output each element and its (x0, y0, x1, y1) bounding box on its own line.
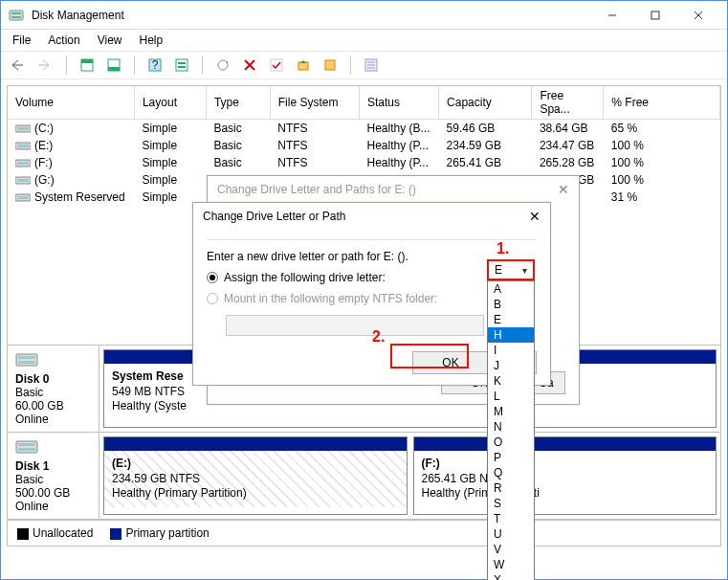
letter-option-R[interactable]: R (488, 480, 534, 496)
disk-icon (15, 351, 38, 368)
close-button[interactable] (676, 2, 719, 29)
volume-row[interactable]: (E:)SimpleBasicNTFSHealthy (P...234.59 G… (8, 137, 720, 154)
svg-text:?: ? (152, 58, 159, 72)
assign-letter-label: Assign the following drive letter: (224, 271, 386, 284)
letter-option-N[interactable]: N (488, 419, 534, 435)
ok-highlight (390, 344, 469, 368)
volume-row[interactable]: (F:)SimpleBasicNTFSHealthy (P...265.41 G… (8, 154, 720, 171)
drive-letter-select[interactable]: E ▾ (487, 259, 535, 280)
letter-option-A[interactable]: A (488, 281, 534, 297)
legend: Unallocated Primary partition (8, 520, 720, 546)
col-volume[interactable]: Volume (8, 86, 134, 120)
disk-row: Disk 1Basic500.00 GBOnline(E:)234.59 GB … (8, 433, 720, 520)
app-icon (9, 8, 24, 23)
chevron-down-icon: ▾ (522, 265, 527, 276)
letter-option-V[interactable]: V (488, 542, 534, 557)
col-layout[interactable]: Layout (134, 86, 206, 120)
svg-rect-31 (17, 162, 29, 165)
inner-dialog-title: Change Drive Letter or Path (203, 210, 345, 223)
letter-option-E[interactable]: E (488, 312, 534, 327)
menu-help[interactable]: Help (140, 33, 164, 47)
col-freespa[interactable]: Free Spa... (532, 86, 604, 120)
titlebar: Disk Management (1, 1, 727, 30)
mount-folder-radio[interactable] (207, 293, 218, 304)
col-type[interactable]: Type (206, 86, 270, 120)
letter-option-H[interactable]: H (488, 327, 534, 343)
svg-rect-4 (651, 11, 659, 19)
inner-dialog-titlebar: Change Drive Letter or Path ✕ (193, 203, 550, 230)
action1-icon[interactable] (293, 55, 314, 76)
svg-rect-19 (271, 59, 282, 71)
col-status[interactable]: Status (360, 86, 439, 120)
assign-letter-radio[interactable] (207, 272, 218, 283)
col-filesystem[interactable]: File System (270, 86, 359, 120)
letter-option-O[interactable]: O (488, 435, 534, 450)
legend-primary: Primary partition (125, 526, 209, 540)
volume-row[interactable]: (C:)SimpleBasicNTFSHealthy (B...59.46 GB… (8, 120, 720, 138)
help-icon[interactable]: ? (144, 55, 165, 76)
svg-rect-36 (16, 354, 37, 366)
letter-option-B[interactable]: B (488, 297, 534, 312)
letter-option-P[interactable]: P (488, 450, 534, 465)
letter-option-S[interactable]: S (488, 496, 534, 511)
svg-rect-8 (81, 59, 93, 63)
svg-rect-14 (178, 62, 186, 64)
minimize-button[interactable] (590, 2, 633, 29)
inner-dialog-close-icon[interactable]: ✕ (529, 209, 540, 224)
settings-icon[interactable] (171, 55, 192, 76)
svg-rect-2 (11, 16, 21, 18)
menu-file[interactable]: File (12, 33, 31, 47)
svg-rect-10 (108, 67, 120, 71)
window-title: Disk Management (32, 9, 590, 22)
annotation-2: 2. (372, 328, 385, 346)
letter-option-Q[interactable]: Q (488, 465, 534, 480)
view-bottom-icon[interactable] (103, 55, 124, 76)
svg-rect-13 (176, 59, 188, 71)
outer-dialog-titlebar: Change Drive Letter and Paths for E: () … (208, 176, 579, 203)
letter-option-I[interactable]: I (488, 343, 534, 358)
menubar: File Action View Help (1, 30, 727, 51)
properties-icon[interactable] (361, 55, 382, 76)
drive-letter-dropdown[interactable]: ABEHIJKLMNOPQRSTUVWXYZ (487, 280, 535, 580)
letter-option-U[interactable]: U (488, 526, 534, 542)
disk-icon (15, 158, 31, 168)
letter-option-T[interactable]: T (488, 511, 534, 526)
svg-rect-35 (17, 196, 29, 199)
selected-letter: E (495, 263, 502, 277)
refresh-icon[interactable] (212, 55, 233, 76)
outer-dialog-title: Change Drive Letter and Paths for E: () (217, 183, 416, 196)
svg-rect-15 (178, 66, 186, 68)
svg-rect-38 (18, 361, 35, 364)
col-free[interactable]: % Free (604, 86, 720, 120)
disk-icon (15, 123, 31, 134)
svg-rect-0 (10, 11, 23, 20)
disk-icon (15, 141, 31, 151)
action2-icon[interactable] (320, 55, 341, 76)
outer-dialog-close-icon[interactable]: ✕ (558, 182, 569, 197)
mount-path-input (226, 315, 484, 336)
letter-option-X[interactable]: X (488, 572, 534, 580)
svg-rect-33 (17, 179, 29, 182)
toolbar: ? (1, 51, 727, 79)
col-capacity[interactable]: Capacity (439, 86, 532, 120)
delete-icon[interactable] (239, 55, 260, 76)
menu-view[interactable]: View (98, 33, 122, 47)
svg-rect-1 (11, 12, 21, 14)
partition[interactable]: (F:)265.41 GB NTFSHealthy (Primary Parti… (413, 436, 717, 515)
view-top-icon[interactable] (77, 55, 98, 76)
letter-option-W[interactable]: W (488, 557, 534, 572)
letter-option-M[interactable]: M (488, 404, 534, 419)
letter-option-J[interactable]: J (488, 358, 534, 373)
letter-option-K[interactable]: K (488, 373, 534, 389)
maximize-button[interactable] (633, 2, 676, 29)
disk-management-window: Disk Management File Action View Help ? (0, 0, 728, 580)
svg-rect-37 (18, 356, 35, 359)
partition[interactable]: (E:)234.59 GB NTFSHealthy (Primary Parti… (103, 436, 408, 515)
letter-option-L[interactable]: L (488, 389, 534, 404)
back-button[interactable] (9, 55, 30, 76)
forward-button[interactable] (35, 55, 56, 76)
check-icon[interactable] (266, 55, 287, 76)
legend-unallocated: Unallocated (33, 526, 93, 540)
disk-icon (15, 192, 31, 203)
menu-action[interactable]: Action (48, 33, 79, 47)
